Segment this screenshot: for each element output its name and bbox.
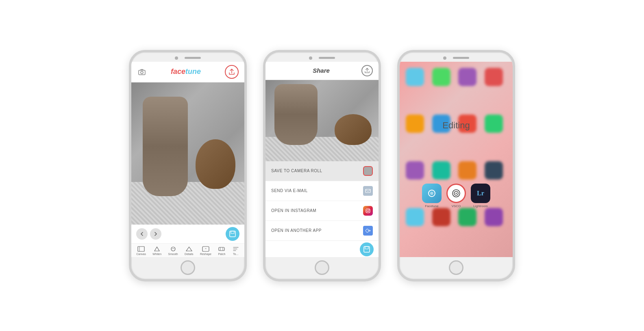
svg-point-27 bbox=[456, 193, 457, 194]
phone-3-home-button[interactable] bbox=[449, 260, 463, 275]
forward-button[interactable] bbox=[150, 228, 161, 240]
tool-whiten[interactable]: Whiten bbox=[152, 246, 161, 255]
photo-area-2 bbox=[265, 80, 379, 161]
blurred-background bbox=[400, 62, 513, 257]
svg-point-6 bbox=[171, 247, 175, 251]
menu-item-save[interactable]: SAVE TO CAMERA ROLL bbox=[265, 161, 379, 181]
phone-2-home-button[interactable] bbox=[315, 260, 329, 275]
app-vsco[interactable]: VSCO bbox=[446, 184, 466, 208]
phone-3-screen: Editing Facetune bbox=[400, 62, 513, 257]
app-facetune[interactable]: Facetune bbox=[422, 184, 442, 208]
svg-point-17 bbox=[369, 209, 370, 210]
email-icon bbox=[363, 186, 373, 196]
save-button-1[interactable] bbox=[226, 227, 239, 241]
photo-area-1 bbox=[131, 82, 244, 225]
phone-2-speaker bbox=[319, 57, 335, 59]
photo2-bag bbox=[335, 114, 372, 145]
svg-rect-3 bbox=[231, 231, 234, 234]
photo-bag bbox=[196, 139, 235, 189]
nav-arrows bbox=[136, 228, 161, 240]
svg-rect-13 bbox=[367, 169, 369, 171]
svg-rect-0 bbox=[139, 70, 145, 75]
tool-patch[interactable]: Patch bbox=[218, 246, 225, 255]
menu-item-app-label: OPEN IN ANOTHER APP bbox=[271, 228, 322, 233]
phone-1-top bbox=[131, 52, 244, 62]
phone-2-bottom bbox=[265, 257, 379, 279]
vsco-app-icon bbox=[446, 184, 466, 203]
camera-button[interactable] bbox=[137, 67, 147, 77]
phone-2-top bbox=[265, 52, 379, 62]
tool-details[interactable]: Details bbox=[185, 246, 193, 255]
svg-rect-12 bbox=[366, 169, 370, 173]
vsco-app-label: VSCO bbox=[452, 204, 461, 208]
share-title: Share bbox=[313, 67, 330, 74]
toolbar-1: Canvas Whiten Smooth Details Reshape bbox=[131, 243, 244, 257]
share-header-icon bbox=[361, 65, 373, 76]
phone-2-screen: Share SAVE TO CAMERA ROLL bbox=[265, 62, 379, 257]
phones-container: facetune bbox=[121, 0, 523, 331]
save-button-2[interactable] bbox=[360, 242, 374, 256]
svg-rect-2 bbox=[230, 231, 235, 237]
phone-1-screen: facetune bbox=[131, 62, 244, 257]
tool-canvas[interactable]: Canvas bbox=[136, 246, 146, 255]
bottom-controls-1 bbox=[131, 225, 244, 243]
svg-rect-8 bbox=[202, 247, 209, 251]
photo-background bbox=[131, 82, 244, 225]
menu-item-email-label: SEND VIA E-MAIL bbox=[271, 188, 308, 193]
phone-2-camera bbox=[309, 56, 312, 60]
open-in-app-icon bbox=[363, 226, 373, 236]
folder-title: Editing bbox=[400, 120, 513, 131]
phone-2-header: Share bbox=[265, 62, 379, 80]
instagram-icon bbox=[363, 206, 373, 216]
lr-app-label: Lightroom bbox=[473, 204, 488, 208]
phone-1-camera bbox=[175, 56, 178, 60]
photo2-coat bbox=[274, 84, 318, 145]
menu-item-save-label: SAVE TO CAMERA ROLL bbox=[271, 169, 322, 173]
menu-item-another-app[interactable]: OPEN IN ANOTHER APP bbox=[265, 221, 379, 241]
svg-rect-4 bbox=[138, 247, 144, 251]
save-camera-roll-icon bbox=[363, 166, 373, 176]
phone-1-speaker bbox=[185, 57, 201, 59]
phone-1: facetune bbox=[129, 50, 247, 281]
tool-tools[interactable]: To... bbox=[232, 246, 239, 255]
svg-point-16 bbox=[367, 210, 369, 212]
share-menu: SAVE TO CAMERA ROLL SEND VIA E-MAIL bbox=[265, 161, 379, 241]
svg-rect-19 bbox=[365, 247, 368, 249]
app-lightroom[interactable]: Lr Lightroom bbox=[471, 184, 490, 208]
svg-rect-18 bbox=[364, 247, 370, 252]
svg-point-1 bbox=[141, 71, 143, 74]
back-button[interactable] bbox=[136, 228, 148, 240]
svg-rect-14 bbox=[366, 189, 370, 193]
phone-2: Share SAVE TO CAMERA ROLL bbox=[263, 50, 381, 281]
tool-smooth[interactable]: Smooth bbox=[168, 246, 178, 255]
tool-reshape[interactable]: Reshape bbox=[200, 246, 211, 255]
svg-rect-9 bbox=[219, 247, 224, 251]
folder-apps: Facetune VSCO Lr bbox=[422, 184, 490, 208]
phone-3-camera bbox=[443, 56, 446, 60]
phone-1-bottom bbox=[131, 257, 244, 279]
phone-2-bottom-controls bbox=[265, 241, 379, 257]
phone-3-bottom bbox=[400, 257, 513, 279]
lr-app-icon: Lr bbox=[471, 184, 490, 203]
menu-item-instagram-label: OPEN IN INSTAGRAM bbox=[271, 208, 316, 213]
phone-3-top bbox=[400, 52, 513, 62]
phone-3-speaker bbox=[453, 57, 469, 59]
facetune-logo: facetune bbox=[171, 67, 201, 76]
facetune-app-icon bbox=[422, 184, 442, 203]
share-button[interactable] bbox=[225, 65, 239, 79]
phone-1-header: facetune bbox=[131, 62, 244, 82]
phone-1-home-button[interactable] bbox=[181, 260, 195, 275]
svg-marker-7 bbox=[186, 247, 192, 251]
svg-point-24 bbox=[430, 192, 433, 195]
menu-item-instagram[interactable]: OPEN IN INSTAGRAM bbox=[265, 201, 379, 221]
menu-item-email[interactable]: SEND VIA E-MAIL bbox=[265, 181, 379, 201]
facetune-app-label: Facetune bbox=[425, 204, 438, 208]
phone-3: Editing Facetune bbox=[397, 50, 515, 281]
photo-coat bbox=[143, 97, 188, 196]
